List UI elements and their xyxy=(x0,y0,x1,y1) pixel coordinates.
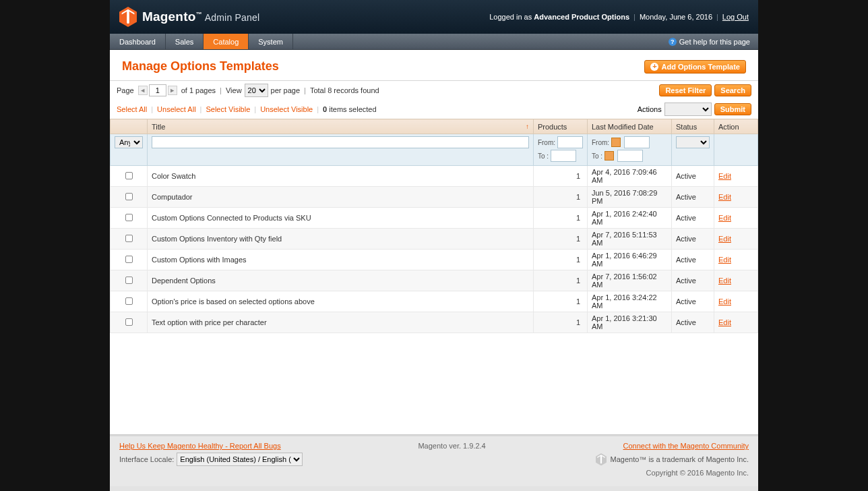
brand-name: Magento™Admin Panel xyxy=(142,9,259,24)
cell-products: 1 xyxy=(533,208,587,229)
community-link[interactable]: Connect with the Magento Community xyxy=(623,442,749,450)
main-nav: Dashboard Sales Catalog System ? Get hel… xyxy=(110,34,758,50)
row-checkbox[interactable] xyxy=(125,318,133,326)
edit-link[interactable]: Edit xyxy=(718,193,731,201)
filter-products-to[interactable] xyxy=(551,150,576,162)
calendar-icon[interactable] xyxy=(604,151,614,161)
row-checkbox[interactable] xyxy=(125,193,133,200)
row-checkbox[interactable] xyxy=(125,277,133,284)
calendar-icon[interactable] xyxy=(611,138,621,147)
next-page-button[interactable]: ► xyxy=(168,86,177,95)
per-page-select[interactable]: 20 xyxy=(245,84,268,97)
cell-date: Apr 7, 2016 1:56:02 AM xyxy=(588,270,672,291)
table-row[interactable]: Custom Options with Images1Apr 1, 2016 6… xyxy=(111,250,758,270)
submit-button[interactable]: Submit xyxy=(714,103,751,115)
table-row[interactable]: Custom Options Connected to Products via… xyxy=(111,208,758,229)
row-checkbox[interactable] xyxy=(125,297,133,305)
header: Magento™Admin Panel Logged in as Advance… xyxy=(110,0,758,34)
table-row[interactable]: Dependent Options1Apr 7, 2016 1:56:02 AM… xyxy=(111,270,758,291)
trademark-text: Magento™ is a trademark of Magento Inc. xyxy=(611,455,749,463)
magento-version: Magento ver. 1.9.2.4 xyxy=(281,442,623,450)
cell-title: Custom Options Inventory with Qty field xyxy=(148,229,534,250)
row-checkbox[interactable] xyxy=(125,235,133,242)
search-button[interactable]: Search xyxy=(714,84,751,96)
cell-status: Active xyxy=(672,166,714,187)
nav-sales[interactable]: Sales xyxy=(166,34,204,49)
filter-date-from[interactable] xyxy=(624,136,650,148)
select-visible-link[interactable]: Select Visible xyxy=(206,105,250,113)
col-action: Action xyxy=(714,119,758,134)
cell-products: 1 xyxy=(533,270,587,291)
edit-link[interactable]: Edit xyxy=(718,172,731,180)
help-link[interactable]: ? Get help for this page xyxy=(660,34,758,49)
table-row[interactable]: Computador1Jun 5, 2016 7:08:29 PMActiveE… xyxy=(111,187,758,208)
logout-link[interactable]: Log Out xyxy=(722,13,749,21)
col-products[interactable]: Products xyxy=(533,119,587,134)
help-icon: ? xyxy=(669,38,677,46)
cell-status: Active xyxy=(672,187,714,208)
actions-label: Actions xyxy=(638,105,662,113)
cell-products: 1 xyxy=(533,166,587,187)
filter-title-input[interactable] xyxy=(152,136,529,148)
row-checkbox[interactable] xyxy=(125,172,133,179)
table-row[interactable]: Option's price is based on selected opti… xyxy=(111,291,758,312)
select-all-link[interactable]: Select All xyxy=(117,105,147,113)
cell-action: Edit xyxy=(714,187,758,208)
col-last-modified[interactable]: Last Modified Date xyxy=(588,119,672,134)
cell-date: Apr 1, 2016 3:21:30 AM xyxy=(588,312,672,333)
row-checkbox[interactable] xyxy=(125,214,133,221)
copyright-text: Copyright © 2016 Magento Inc. xyxy=(119,469,749,477)
col-checkbox xyxy=(111,119,148,134)
edit-link[interactable]: Edit xyxy=(718,214,731,222)
reset-filter-button[interactable]: Reset Filter xyxy=(659,84,712,96)
grid-toolbar: Page ◄ ► of 1 pages | View 20 per page |… xyxy=(110,80,758,100)
header-right: Logged in as Advanced Product Options | … xyxy=(489,13,749,21)
cell-date: Apr 7, 2016 5:11:53 AM xyxy=(588,229,672,250)
filter-products-from[interactable] xyxy=(557,136,583,148)
col-status[interactable]: Status xyxy=(672,119,714,134)
nav-dashboard[interactable]: Dashboard xyxy=(110,34,166,49)
items-selected: 0 items selected xyxy=(323,105,377,113)
cell-action: Edit xyxy=(714,166,758,187)
unselect-visible-link[interactable]: Unselect Visible xyxy=(260,105,313,113)
nav-catalog[interactable]: Catalog xyxy=(204,34,249,49)
table-row[interactable]: Custom Options Inventory with Qty field1… xyxy=(111,229,758,250)
cell-date: Apr 1, 2016 3:24:22 AM xyxy=(588,291,672,312)
cell-products: 1 xyxy=(533,291,587,312)
cell-title: Color Swatch xyxy=(148,166,534,187)
cell-title: Option's price is based on selected opti… xyxy=(148,291,534,312)
content-header: Manage Options Templates + Add Options T… xyxy=(110,50,758,80)
cell-title: Custom Options Connected to Products via… xyxy=(148,208,534,229)
cell-title: Text option with price per character xyxy=(148,312,534,333)
unselect-all-link[interactable]: Unselect All xyxy=(157,105,195,113)
edit-link[interactable]: Edit xyxy=(718,277,731,285)
magento-mini-icon xyxy=(596,453,607,465)
table-row[interactable]: Color Swatch1Apr 4, 2016 7:09:46 AMActiv… xyxy=(111,166,758,187)
cell-status: Active xyxy=(672,291,714,312)
mass-action-bar: Select All | Unselect All | Select Visib… xyxy=(110,100,758,119)
locale-select[interactable]: English (United States) / English ( xyxy=(177,453,303,466)
content-spacer xyxy=(110,333,758,434)
filter-date-to[interactable] xyxy=(617,150,643,162)
edit-link[interactable]: Edit xyxy=(718,235,731,243)
nav-system[interactable]: System xyxy=(249,34,293,49)
add-options-template-button[interactable]: + Add Options Template xyxy=(644,60,746,74)
page-number-input[interactable] xyxy=(149,84,166,96)
cell-status: Active xyxy=(672,312,714,333)
filter-status-select[interactable] xyxy=(676,136,710,148)
filter-checkbox-select[interactable]: Any xyxy=(115,136,143,148)
col-title[interactable]: Title↑ xyxy=(148,119,534,134)
edit-link[interactable]: Edit xyxy=(718,318,731,326)
cell-status: Active xyxy=(672,208,714,229)
cell-products: 1 xyxy=(533,229,587,250)
actions-select[interactable] xyxy=(664,103,712,116)
row-checkbox[interactable] xyxy=(125,256,133,263)
edit-link[interactable]: Edit xyxy=(718,256,731,264)
cell-status: Active xyxy=(672,229,714,250)
prev-page-button[interactable]: ◄ xyxy=(138,86,148,95)
table-row[interactable]: Text option with price per character1Apr… xyxy=(111,312,758,333)
plus-icon: + xyxy=(650,63,658,71)
edit-link[interactable]: Edit xyxy=(718,297,731,306)
cell-products: 1 xyxy=(533,187,587,208)
report-bugs-link[interactable]: Help Us Keep Magento Healthy - Report Al… xyxy=(119,442,281,450)
